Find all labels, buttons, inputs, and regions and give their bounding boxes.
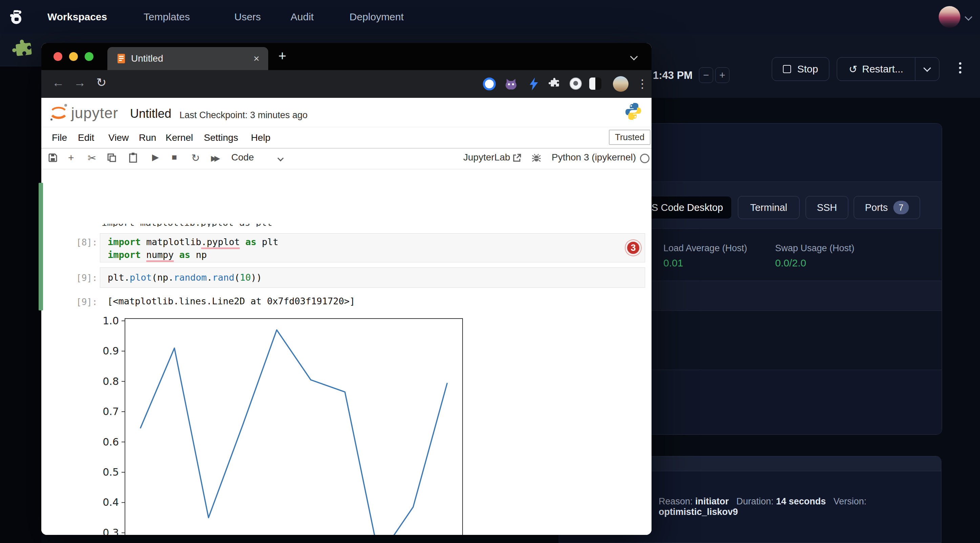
code-cell-input[interactable]: plt.plot(np.random.rand(10)) (100, 267, 645, 288)
run-all-icon[interactable]: ▶▶ (211, 154, 218, 163)
add-cell-icon[interactable]: + (68, 152, 74, 164)
stop-label: Stop (797, 63, 818, 75)
code-cell-input[interactable]: import matplotlib.pyplot as plt import n… (100, 233, 645, 262)
svg-text:0.9: 0.9 (103, 345, 119, 357)
reason-label: Reason: (659, 496, 693, 506)
cell-type-dropdown[interactable]: Code (231, 152, 254, 163)
code-line: import numpy as np (108, 248, 645, 261)
clipped-scrolled-line: import matplotlib.pyplot as plt (102, 224, 406, 227)
password-manager-extension-icon[interactable] (483, 78, 496, 90)
back-button[interactable]: ← (52, 76, 64, 90)
tab-terminal[interactable]: Terminal (738, 196, 800, 219)
svg-text:0.6: 0.6 (103, 436, 119, 448)
tab-ports[interactable]: Ports 7 (854, 196, 920, 219)
cat-extension-icon[interactable] (504, 78, 517, 90)
jupyter-favicon (117, 53, 126, 64)
nav-item-deployment[interactable]: Deployment (350, 11, 404, 23)
zoom-in-button[interactable]: + (715, 67, 729, 83)
browser-menu-kebab-icon[interactable]: ⋮ (636, 77, 648, 90)
svg-text:0.4: 0.4 (103, 496, 119, 508)
external-link-icon[interactable] (513, 153, 522, 162)
tab-label: VS Code Desktop (645, 202, 723, 213)
browser-tab-strip: Untitled × + (41, 43, 652, 70)
interrupt-kernel-icon[interactable]: ■ (172, 152, 177, 162)
top-nav: Workspaces Templates Users Audit Deploym… (0, 0, 980, 34)
forward-button[interactable]: → (74, 76, 86, 90)
overflow-menu-button[interactable] (959, 60, 961, 76)
browser-profile-avatar[interactable] (613, 76, 628, 92)
debugger-bug-icon[interactable] (532, 153, 541, 162)
jupyterlab-link[interactable]: JupyterLab (463, 152, 510, 163)
paste-cell-icon[interactable] (129, 153, 137, 163)
cell-type-chevron-icon[interactable] (277, 155, 283, 161)
stat-value-load: 0.01 (663, 257, 683, 269)
stat-label-load: Load Average (Host) (663, 243, 747, 254)
nav-item-users[interactable]: Users (234, 11, 261, 23)
menu-settings[interactable]: Settings (204, 132, 238, 143)
extensions-puzzle-icon[interactable] (549, 78, 561, 89)
stat-value-swap: 0.0/2.0 (775, 257, 806, 269)
trusted-button[interactable]: Trusted (609, 130, 651, 145)
tab-close-icon[interactable]: × (253, 53, 259, 64)
jupyter-brand: jupyter (71, 105, 118, 122)
jupyter-menubar: File Edit View Run Kernel Settings Help … (41, 127, 652, 149)
browser-tab[interactable]: Untitled × (107, 47, 268, 70)
jupyter-toolbar: + ✂ ▶ ■ ↻ ▶▶ Code JupyterLab Python 3 (i… (41, 149, 652, 169)
app-logo-icon[interactable] (6, 8, 25, 26)
duration-label: Duration: (737, 496, 774, 506)
ghost-extension-icon[interactable] (570, 78, 582, 90)
chevron-down-icon[interactable] (965, 13, 972, 21)
menu-view[interactable]: View (108, 132, 129, 143)
version-value: optimistic_liskov9 (659, 507, 738, 517)
click-annotation-badge: 3 (625, 240, 641, 256)
checkpoint-status: Last Checkpoint: 3 minutes ago (180, 110, 307, 121)
mac-zoom-button[interactable] (85, 52, 94, 61)
tab-search-chevron-icon[interactable] (630, 53, 638, 60)
puzzle-icon[interactable] (11, 38, 35, 61)
svg-text:0.5: 0.5 (103, 466, 119, 478)
restart-options-button[interactable] (915, 67, 939, 71)
stop-button[interactable]: Stop (772, 57, 829, 81)
restart-split-button[interactable]: ↺ Restart... (837, 57, 939, 81)
nav-item-audit[interactable]: Audit (291, 11, 313, 23)
mac-close-button[interactable] (54, 52, 62, 61)
run-cell-icon[interactable]: ▶ (152, 152, 159, 162)
stat-label-swap: Swap Usage (Host) (775, 243, 854, 254)
kernel-status-icon (640, 154, 649, 163)
tab-ssh[interactable]: SSH (806, 196, 848, 219)
restart-kernel-icon[interactable]: ↻ (191, 152, 200, 164)
menu-run[interactable]: Run (139, 132, 156, 143)
tab-label: Terminal (750, 202, 788, 213)
menu-edit[interactable]: Edit (78, 132, 94, 143)
svg-text:0.7: 0.7 (103, 406, 119, 418)
nav-item-templates[interactable]: Templates (143, 11, 190, 23)
nav-item-workspaces[interactable]: Workspaces (48, 11, 107, 23)
menu-kernel[interactable]: Kernel (165, 132, 193, 143)
cut-cell-icon[interactable]: ✂ (88, 152, 96, 164)
reload-button[interactable]: ↻ (96, 76, 106, 90)
tab-title: Untitled (131, 53, 253, 64)
copy-cell-icon[interactable] (107, 153, 116, 162)
browser-window: Untitled × + ← → ↻ 5555--main--test--mat… (41, 43, 652, 535)
duration-value: 14 seconds (776, 496, 826, 506)
clock-time: 1:43 PM (653, 70, 692, 82)
kernel-name[interactable]: Python 3 (ipykernel) (552, 152, 636, 163)
output-prompt: [9]: (76, 297, 97, 307)
tab-label: Ports (865, 202, 888, 213)
mac-minimize-button[interactable] (69, 52, 78, 61)
new-tab-button[interactable]: + (278, 48, 286, 64)
stop-square-icon (783, 65, 791, 73)
restart-button[interactable]: ↺ Restart... (837, 63, 915, 75)
cell-prompt: [9]: (76, 273, 97, 283)
menu-file[interactable]: File (52, 132, 67, 143)
user-avatar[interactable] (939, 6, 960, 28)
menu-help[interactable]: Help (251, 132, 270, 143)
save-icon[interactable] (48, 153, 57, 162)
active-indicator-strip (38, 183, 43, 310)
zoom-out-button[interactable]: − (699, 67, 713, 83)
reason-value: initiator (695, 496, 729, 506)
notebook-title[interactable]: Untitled (130, 106, 171, 121)
chevron-down-icon (923, 64, 931, 72)
lightning-extension-icon[interactable] (528, 78, 540, 90)
dark-mode-extension-icon[interactable] (589, 78, 601, 90)
